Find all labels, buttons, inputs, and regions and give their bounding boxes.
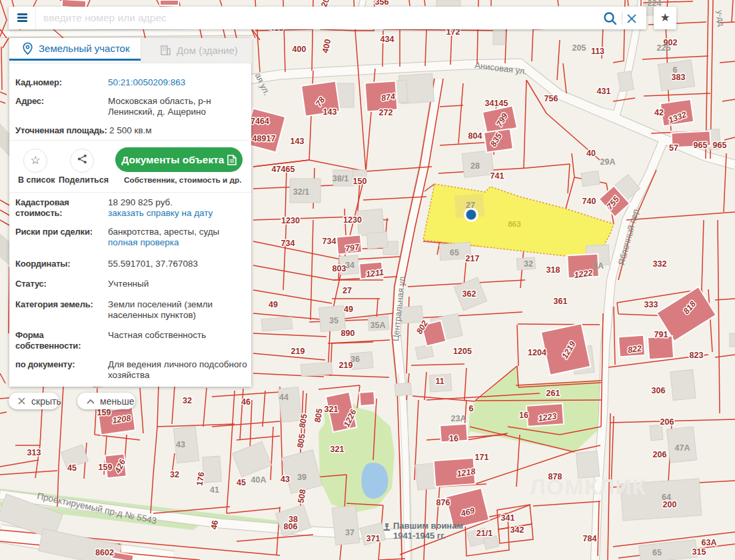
svg-text:1230: 1230 bbox=[343, 215, 362, 225]
svg-text:27: 27 bbox=[466, 201, 475, 210]
svg-text:32: 32 bbox=[183, 396, 192, 405]
svg-text:29А: 29А bbox=[600, 157, 616, 167]
svg-text:ЛОМКЛИК: ЛОМКЛИК bbox=[530, 474, 646, 499]
svg-text:63А: 63А bbox=[702, 538, 717, 547]
svg-text:806: 806 bbox=[284, 522, 298, 531]
svg-text:16: 16 bbox=[449, 434, 458, 443]
svg-text:321: 321 bbox=[325, 405, 339, 414]
svg-text:65: 65 bbox=[450, 248, 459, 257]
svg-text:49: 49 bbox=[344, 305, 353, 314]
svg-text:306: 306 bbox=[652, 386, 666, 395]
svg-text:40А: 40А bbox=[251, 475, 267, 485]
svg-text:23А: 23А bbox=[451, 414, 466, 423]
svg-text:734: 734 bbox=[281, 239, 295, 248]
svg-text:40: 40 bbox=[586, 149, 596, 158]
svg-text:313: 313 bbox=[27, 448, 41, 457]
svg-text:34145: 34145 bbox=[485, 99, 508, 108]
svg-text:32: 32 bbox=[170, 470, 179, 479]
svg-text:46: 46 bbox=[209, 519, 220, 530]
svg-text:756: 756 bbox=[544, 94, 558, 103]
svg-text:863: 863 bbox=[508, 220, 520, 228]
svg-text:434: 434 bbox=[380, 35, 394, 44]
svg-text:362: 362 bbox=[462, 289, 476, 299]
svg-text:318: 318 bbox=[546, 265, 560, 275]
svg-text:9А: 9А bbox=[593, 261, 604, 271]
svg-text:35А: 35А bbox=[370, 321, 386, 330]
svg-text:у-дд: у-дд bbox=[715, 10, 726, 27]
svg-text:39: 39 bbox=[297, 473, 307, 482]
svg-text:6: 6 bbox=[673, 65, 678, 75]
svg-text:333: 333 bbox=[644, 300, 658, 309]
svg-text:823: 823 bbox=[690, 351, 704, 360]
svg-text:143: 143 bbox=[291, 137, 305, 146]
svg-text:400: 400 bbox=[293, 45, 307, 54]
svg-text:1230: 1230 bbox=[281, 216, 300, 225]
svg-text:64: 64 bbox=[662, 493, 671, 502]
svg-text:143: 143 bbox=[323, 107, 337, 117]
svg-text:341: 341 bbox=[501, 513, 515, 523]
svg-text:7464: 7464 bbox=[251, 117, 269, 126]
svg-text:356: 356 bbox=[375, 0, 389, 7]
svg-text:965: 965 bbox=[694, 141, 708, 150]
svg-text:28: 28 bbox=[470, 161, 480, 171]
svg-text:219: 219 bbox=[291, 347, 305, 356]
svg-text:32: 32 bbox=[524, 259, 533, 269]
svg-text:803: 803 bbox=[333, 264, 347, 273]
svg-text:42: 42 bbox=[654, 108, 664, 117]
svg-text:965: 965 bbox=[713, 141, 727, 150]
svg-text:35: 35 bbox=[329, 316, 339, 325]
svg-text:159: 159 bbox=[97, 408, 111, 417]
svg-text:43: 43 bbox=[176, 440, 185, 449]
svg-text:Павшим воинам: Павшим воинам bbox=[393, 521, 463, 531]
svg-text:272: 272 bbox=[379, 108, 393, 117]
svg-text:791: 791 bbox=[654, 330, 668, 339]
svg-text:65: 65 bbox=[652, 548, 662, 557]
svg-text:431: 431 bbox=[597, 87, 611, 96]
svg-text:8602: 8602 bbox=[95, 548, 114, 557]
svg-text:225: 225 bbox=[657, 43, 671, 53]
svg-text:321: 321 bbox=[331, 445, 345, 454]
svg-text:6: 6 bbox=[469, 404, 474, 413]
svg-text:47А: 47А bbox=[675, 443, 690, 453]
svg-text:44: 44 bbox=[279, 393, 289, 402]
svg-text:1205: 1205 bbox=[453, 347, 472, 356]
svg-text:34: 34 bbox=[345, 261, 355, 270]
svg-text:47465: 47465 bbox=[272, 165, 295, 174]
svg-text:315: 315 bbox=[692, 547, 706, 557]
svg-text:1204: 1204 bbox=[528, 348, 546, 357]
svg-text:361: 361 bbox=[554, 297, 568, 306]
svg-text:171: 171 bbox=[475, 453, 489, 462]
svg-text:150: 150 bbox=[353, 177, 367, 186]
svg-text:206: 206 bbox=[653, 450, 667, 459]
svg-text:890: 890 bbox=[341, 329, 355, 338]
svg-text:1941-1945 гг.: 1941-1945 гг. bbox=[393, 531, 446, 541]
svg-text:36: 36 bbox=[351, 355, 360, 364]
svg-text:27: 27 bbox=[343, 286, 352, 295]
svg-text:261: 261 bbox=[546, 389, 560, 398]
svg-text:32/1: 32/1 bbox=[293, 187, 309, 197]
svg-text:43: 43 bbox=[281, 475, 290, 484]
svg-text:159: 159 bbox=[99, 463, 113, 472]
svg-text:48917: 48917 bbox=[253, 134, 276, 143]
svg-text:874: 874 bbox=[380, 92, 396, 103]
svg-text:45: 45 bbox=[237, 478, 246, 487]
svg-text:45: 45 bbox=[67, 463, 77, 473]
svg-text:876: 876 bbox=[436, 498, 450, 507]
svg-text:734: 734 bbox=[323, 237, 337, 246]
svg-text:804: 804 bbox=[468, 131, 482, 141]
svg-text:822: 822 bbox=[627, 344, 642, 355]
svg-text:11: 11 bbox=[435, 377, 444, 386]
svg-text:332: 332 bbox=[653, 259, 667, 269]
svg-text:206: 206 bbox=[660, 417, 674, 427]
svg-text:113: 113 bbox=[591, 47, 604, 56]
svg-text:740: 740 bbox=[582, 197, 596, 206]
svg-text:205: 205 bbox=[572, 43, 586, 53]
svg-text:21/1: 21/1 bbox=[476, 529, 492, 538]
svg-text:38/1: 38/1 bbox=[333, 174, 349, 183]
svg-text:342: 342 bbox=[510, 525, 524, 535]
svg-text:49: 49 bbox=[269, 300, 278, 309]
svg-text:741: 741 bbox=[490, 171, 504, 181]
svg-text:371: 371 bbox=[367, 534, 380, 543]
svg-text:57: 57 bbox=[669, 143, 678, 153]
svg-text:46: 46 bbox=[241, 397, 251, 407]
